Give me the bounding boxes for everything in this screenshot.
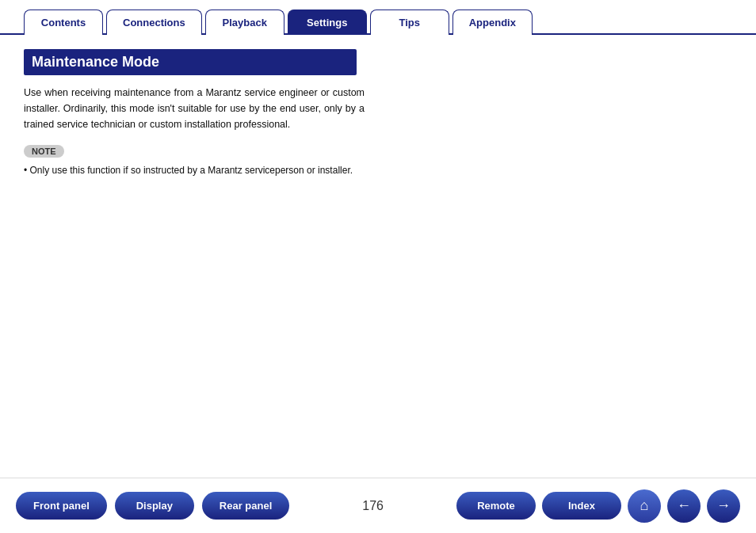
bottom-bar: Front panel Display Rear panel 176 Remot…: [0, 478, 756, 533]
tab-playback[interactable]: Playback: [205, 10, 284, 35]
tab-navigation: Contents Connections Playback Settings T…: [0, 8, 756, 35]
bottom-right-controls: Remote Index ⌂ ← →: [456, 489, 740, 523]
main-content: Maintenance Mode Use when receiving main…: [0, 35, 756, 191]
rear-panel-button[interactable]: Rear panel: [202, 492, 289, 520]
note-text: • Only use this function if so instructe…: [24, 165, 353, 176]
bottom-left-buttons: Front panel Display Rear panel: [16, 492, 289, 520]
note-badge: NOTE: [24, 145, 64, 158]
back-button[interactable]: ←: [667, 489, 701, 523]
tab-contents[interactable]: Contents: [24, 10, 103, 35]
remote-button[interactable]: Remote: [456, 492, 536, 520]
tab-tips[interactable]: Tips: [370, 10, 449, 35]
tab-appendix[interactable]: Appendix: [452, 10, 533, 35]
section-description: Use when receiving maintenance from a Ma…: [24, 85, 365, 132]
index-button[interactable]: Index: [542, 492, 621, 520]
tab-connections[interactable]: Connections: [106, 10, 202, 35]
display-button[interactable]: Display: [115, 492, 194, 520]
tab-settings[interactable]: Settings: [288, 10, 367, 35]
page-number: 176: [357, 499, 389, 513]
front-panel-button[interactable]: Front panel: [16, 492, 107, 520]
section-title: Maintenance Mode: [24, 49, 357, 75]
home-button[interactable]: ⌂: [628, 489, 661, 523]
note-container: NOTE • Only use this function if so inst…: [24, 143, 732, 177]
forward-button[interactable]: →: [707, 489, 740, 523]
